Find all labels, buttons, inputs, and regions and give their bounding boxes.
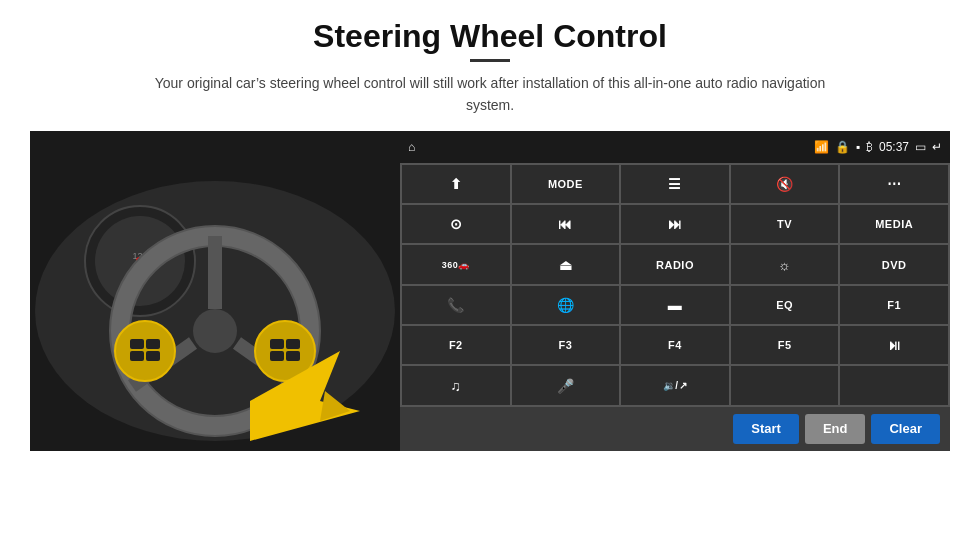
page-subtitle: Your original car’s steering wheel contr…	[140, 72, 840, 117]
wifi-icon: 📶	[814, 140, 829, 154]
btn-f5[interactable]: F5	[731, 326, 839, 364]
btn-grid-empty2	[840, 366, 948, 404]
title-divider	[470, 59, 510, 62]
svg-rect-18	[270, 339, 284, 349]
btn-prev[interactable]: ⏮	[512, 205, 620, 243]
btn-apps[interactable]: ⋯	[840, 165, 948, 203]
svg-rect-20	[270, 351, 284, 361]
steering-wheel-image: 120	[30, 131, 400, 451]
btn-dvd[interactable]: DVD	[840, 245, 948, 283]
status-left: ⌂	[408, 140, 415, 154]
btn-f3[interactable]: F3	[512, 326, 620, 364]
button-panel: ⌂ 📶 🔒 ▪ ₿ 05:37 ▭ ↵ ⬆ MODE ☰ 🔇	[400, 131, 950, 451]
btn-f1[interactable]: F1	[840, 286, 948, 324]
btn-music[interactable]: ♫	[402, 366, 510, 404]
bottom-action-bar: Start End Clear	[400, 407, 950, 451]
status-bar: ⌂ 📶 🔒 ▪ ₿ 05:37 ▭ ↵	[400, 131, 950, 163]
btn-next[interactable]: ⏭	[621, 205, 729, 243]
end-button[interactable]: End	[805, 414, 866, 444]
svg-rect-13	[130, 339, 144, 349]
btn-media[interactable]: MEDIA	[840, 205, 948, 243]
btn-send[interactable]: ⬆	[402, 165, 510, 203]
btn-eject[interactable]: ⏏	[512, 245, 620, 283]
btn-gps[interactable]: 🌐	[512, 286, 620, 324]
svg-rect-21	[286, 351, 300, 361]
start-button[interactable]: Start	[733, 414, 799, 444]
status-right: 📶 🔒 ▪ ₿ 05:37 ▭ ↵	[814, 140, 942, 154]
svg-rect-14	[146, 339, 160, 349]
content-row: 120	[30, 131, 950, 451]
back-icon[interactable]: ↵	[932, 140, 942, 154]
btn-play-pause[interactable]: ⏯	[840, 326, 948, 364]
svg-point-8	[193, 309, 237, 353]
screen-icon: ▭	[915, 140, 926, 154]
btn-settings[interactable]: ⊙	[402, 205, 510, 243]
btn-screen[interactable]: ▬	[621, 286, 729, 324]
btn-grid-empty1	[731, 366, 839, 404]
btn-f2[interactable]: F2	[402, 326, 510, 364]
svg-rect-19	[286, 339, 300, 349]
btn-mode[interactable]: MODE	[512, 165, 620, 203]
bluetooth-icon: ₿	[866, 140, 873, 154]
svg-rect-15	[130, 351, 144, 361]
clear-button[interactable]: Clear	[871, 414, 940, 444]
btn-eq[interactable]: EQ	[731, 286, 839, 324]
btn-f4[interactable]: F4	[621, 326, 729, 364]
sd-icon: ▪	[856, 140, 860, 154]
svg-rect-16	[146, 351, 160, 361]
home-icon[interactable]: ⌂	[408, 140, 415, 154]
page-title: Steering Wheel Control	[313, 18, 667, 55]
btn-brightness[interactable]: ☼	[731, 245, 839, 283]
btn-mic[interactable]: 🎤	[512, 366, 620, 404]
lock-icon: 🔒	[835, 140, 850, 154]
control-button-grid: ⬆ MODE ☰ 🔇 ⋯ ⊙ ⏮ ⏭ TV MEDIA 360🚗 ⏏ RADIO…	[400, 163, 950, 407]
btn-360[interactable]: 360🚗	[402, 245, 510, 283]
page: Steering Wheel Control Your original car…	[0, 0, 980, 544]
time-display: 05:37	[879, 140, 909, 154]
btn-list[interactable]: ☰	[621, 165, 729, 203]
btn-phone[interactable]: 📞	[402, 286, 510, 324]
btn-radio[interactable]: RADIO	[621, 245, 729, 283]
btn-mute[interactable]: 🔇	[731, 165, 839, 203]
svg-point-12	[115, 321, 175, 381]
btn-vol-call[interactable]: 🔉/↗	[621, 366, 729, 404]
btn-tv[interactable]: TV	[731, 205, 839, 243]
